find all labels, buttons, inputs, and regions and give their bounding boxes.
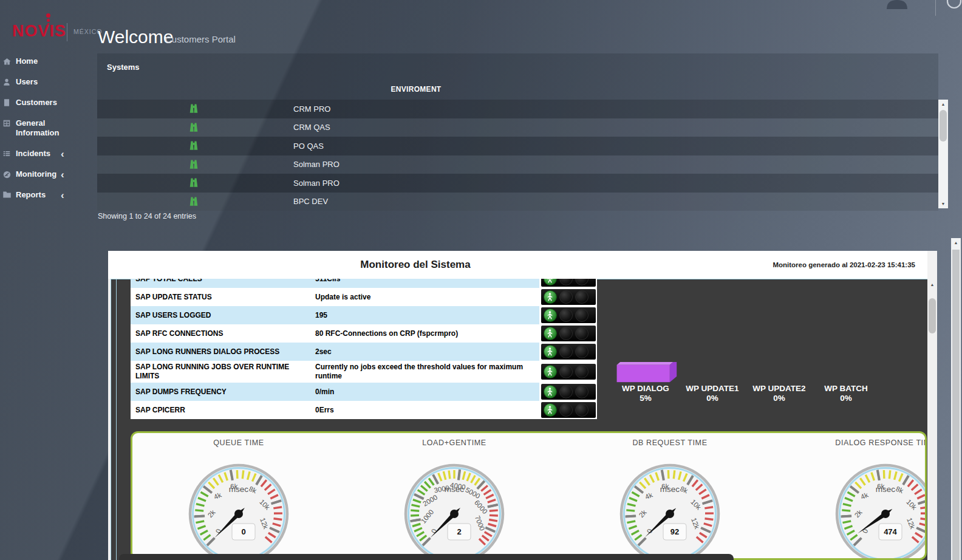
status-lamp-off: [575, 279, 588, 285]
status-lamp-green: [544, 327, 557, 340]
customers-portal-page: NOVIS MÉXICO Welcome Customers Portal Ho…: [0, 0, 962, 560]
sap-metric-value: 511Clls: [310, 279, 539, 288]
sap-metric-row: SAP CPICERR0Errs: [131, 401, 597, 419]
systems-table-row[interactable]: BPC DEV: [97, 193, 938, 211]
page-scrollbar-thumb[interactable]: [952, 250, 960, 560]
wp-chart-column: WP UPDATE10%: [679, 362, 746, 403]
gauge-dialog-response-time: 02k4k6k8k10k12kmsec474: [834, 462, 927, 560]
gauge-title: DIALOG RESPONSE TIME: [794, 439, 927, 447]
sidebar-item-general-information[interactable]: General Information: [0, 113, 97, 143]
sap-metric-name: SAP RFC CONNECTIONS: [131, 324, 310, 343]
sap-metric-value: 0/min: [310, 383, 539, 401]
wp-chart-column: WP DIALOG5%: [612, 362, 679, 403]
response-time-gauges-panel: QUEUE TIME02k4k6k8k10k12kmsec0LOAD+GENTI…: [131, 431, 927, 560]
logout-power-icon[interactable]: [944, 0, 962, 13]
sap-metric-row: SAP DUMPS FREQUENCY0/min: [131, 383, 597, 401]
systems-table-row[interactable]: PO QAS: [97, 137, 938, 155]
binoculars-icon[interactable]: [188, 196, 199, 210]
binoculars-icon[interactable]: [188, 177, 199, 191]
svg-text:474: 474: [884, 527, 897, 536]
wp-chart-column: WP BATCH0%: [813, 362, 879, 403]
systems-scrollbar-thumb[interactable]: [940, 110, 947, 142]
status-lamp-off: [559, 327, 573, 340]
systems-panel-title: Systems: [107, 63, 139, 72]
scroll-up-icon[interactable]: ▲: [951, 238, 961, 247]
status-lamp-off: [559, 309, 573, 322]
scroll-up-icon[interactable]: ▲: [938, 100, 948, 109]
novis-logo: NOVIS: [12, 22, 66, 41]
systems-entries-info: Showing 1 to 24 of 24 entries: [98, 212, 196, 220]
user-profile-icon[interactable]: [885, 0, 909, 12]
wp-bar: [813, 362, 879, 384]
status-lamp-off: [575, 345, 588, 358]
traffic-light: [541, 307, 596, 323]
traffic-light-cell: [539, 324, 597, 343]
home-icon: [2, 56, 16, 66]
sidebar-item-incidents[interactable]: Incidents‹: [0, 143, 97, 164]
monitor-scrollbar[interactable]: ▲: [927, 280, 937, 560]
traffic-light: [541, 289, 596, 305]
traffic-light-cell: [539, 288, 597, 306]
sidebar-item-reports[interactable]: Reports‹: [0, 185, 97, 205]
status-lamp-green: [544, 309, 557, 322]
monitor-frame-border: [116, 279, 117, 560]
systems-column-header: ENVIROMENT: [295, 85, 537, 94]
status-lamp-off: [575, 385, 588, 398]
horizontal-scrollbar[interactable]: [119, 554, 734, 560]
monitor-header: Monitoreo del Sistema Monitoreo generado…: [108, 251, 927, 279]
sap-metric-row: SAP RFC CONNECTIONS80 RFC-Connections on…: [131, 324, 597, 343]
sidebar-item-monitoring[interactable]: Monitoring‹: [0, 164, 97, 185]
sap-metric-name: SAP LONG RUNNERS DIALOG PROCESS: [131, 343, 310, 361]
binoculars-icon[interactable]: [188, 121, 199, 135]
wp-percent-value: 0%: [679, 394, 746, 403]
sap-metric-name: SAP DUMPS FREQUENCY: [131, 383, 310, 401]
traffic-light: [541, 344, 596, 360]
gauge-db-request-time: 02k4k6k8k10k12kmsec92: [618, 462, 722, 560]
sidebar-item-customers[interactable]: Customers: [0, 92, 97, 113]
svg-text:msec: msec: [445, 485, 465, 494]
sidebar-item-label: Monitoring: [16, 169, 74, 179]
status-lamp-off: [559, 290, 573, 304]
grid-icon: [2, 118, 16, 128]
sap-metric-name: SAP LONG RUNNING JOBS OVER RUNTIME LIMIT…: [131, 361, 310, 383]
traffic-light: [541, 384, 596, 400]
binoculars-icon[interactable]: [188, 159, 199, 172]
binoculars-icon[interactable]: [188, 140, 199, 154]
traffic-light: [541, 402, 596, 418]
sidebar-item-label: General Information: [16, 118, 74, 138]
binoculars-icon[interactable]: [188, 103, 199, 117]
chevron-left-icon: ‹: [61, 190, 64, 202]
monitor-scrollbar-thumb[interactable]: [929, 298, 936, 333]
systems-scrollbar[interactable]: ▲ ▼: [938, 100, 948, 208]
systems-table-row[interactable]: Solman PRO: [97, 155, 938, 174]
status-lamp-green: [544, 365, 557, 378]
chevron-left-icon: ‹: [61, 148, 64, 160]
sidebar-item-label: Home: [16, 56, 74, 66]
scroll-up-icon[interactable]: ▲: [927, 280, 937, 289]
gauge-icon: [2, 169, 16, 179]
sidebar-item-users[interactable]: Users: [0, 72, 97, 92]
wp-percent-value: 0%: [746, 394, 813, 403]
systems-table-row[interactable]: CRM PRO: [97, 100, 938, 118]
systems-table-row[interactable]: Solman PRO: [97, 174, 938, 193]
status-lamp-green: [544, 279, 557, 285]
status-lamp-green: [544, 290, 557, 304]
traffic-light: [541, 279, 596, 287]
folder-icon: [2, 190, 16, 199]
sidebar-item-label: Reports: [16, 190, 74, 200]
wp-percent-value: 0%: [813, 394, 879, 403]
sidebar-item-label: Customers: [16, 98, 74, 108]
sidebar-nav: HomeUsersCustomersGeneral InformationInc…: [0, 51, 97, 205]
scroll-down-icon[interactable]: ▼: [938, 199, 948, 208]
wp-category-label: WP DIALOG: [612, 384, 679, 394]
status-lamp-off: [575, 290, 588, 304]
page-scrollbar[interactable]: ▲: [951, 238, 961, 560]
svg-text:msec: msec: [876, 485, 896, 494]
sidebar-item-home[interactable]: Home: [0, 51, 97, 72]
logo-divider: [67, 23, 67, 41]
traffic-light-cell: [539, 279, 597, 288]
systems-table-row[interactable]: CRM QAS: [97, 118, 938, 137]
monitor-generated-timestamp: Monitoreo generado al 2021-02-23 15:41:3…: [773, 251, 915, 279]
sap-metric-name: SAP USERS LOGGED: [131, 306, 310, 324]
environment-name: CRM PRO: [293, 104, 330, 114]
